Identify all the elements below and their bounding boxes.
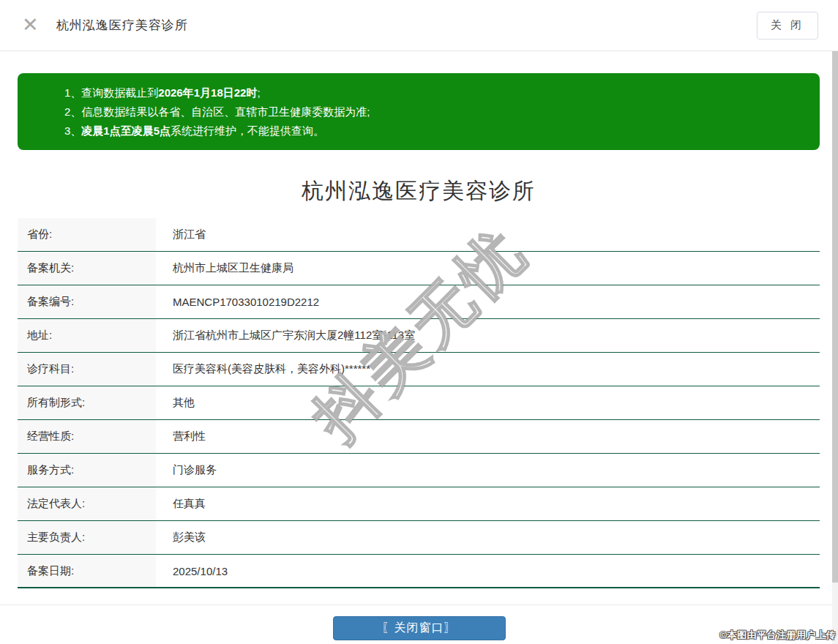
row-label: 备案编号: [18, 285, 156, 318]
table-row-filing-date: 备案日期: 2025/10/13 [18, 555, 820, 588]
row-label: 主要负责人: [18, 521, 156, 554]
row-label: 服务方式: [18, 454, 156, 487]
copyright-watermark: ©本图由平台注册用户上传 [719, 629, 836, 642]
table-row-filing-authority: 备案机关: 杭州市上城区卫生健康局 [18, 252, 820, 285]
row-value: 营利性 [156, 420, 206, 453]
notice-text-bold: 凌晨1点至凌晨5点 [81, 124, 171, 137]
notice-text: 信息数据结果以各省、自治区、直辖市卫生健康委数据为准; [81, 105, 370, 118]
row-label: 备案日期: [18, 555, 156, 587]
row-value: MAENCP17033010219D2212 [156, 285, 319, 318]
notice-line-number: 1、 [64, 86, 81, 99]
close-window-button[interactable]: 〖关闭窗口〗 [333, 616, 506, 640]
row-label: 省份: [18, 218, 156, 251]
dialog-title: 杭州泓逸医疗美容诊所 [56, 17, 188, 34]
row-value: 浙江省杭州市上城区广宇东润大厦2幢112室-113室 [156, 319, 415, 352]
notice-line-number: 2、 [64, 105, 81, 118]
notice-text: 系统进行维护，不能提供查询。 [171, 124, 324, 137]
vertical-scrollbar[interactable] [832, 51, 838, 644]
row-value: 彭美该 [156, 521, 206, 554]
close-button[interactable]: 关 闭 [757, 12, 818, 40]
table-row-main-responsible-person: 主要负责人: 彭美该 [18, 521, 820, 555]
row-label: 经营性质: [18, 420, 156, 453]
info-table: 省份: 浙江省 备案机关: 杭州市上城区卫生健康局 备案编号: MAENCP17… [18, 218, 820, 588]
row-value: 任真真 [156, 487, 206, 520]
row-value: 其他 [156, 386, 195, 419]
footer-bar: 〖关闭窗口〗 [0, 616, 838, 640]
notice-line-1: 1、查询数据截止到2026年1月18日22时; [64, 83, 805, 102]
footer-divider [0, 604, 838, 605]
row-value: 杭州市上城区卫生健康局 [156, 252, 293, 285]
row-label: 所有制形式: [18, 386, 156, 419]
notice-line-3: 3、凌晨1点至凌晨5点系统进行维护，不能提供查询。 [64, 121, 805, 141]
row-label: 法定代表人: [18, 487, 156, 520]
scrollbar-thumb[interactable] [832, 51, 838, 583]
dialog-body: 1、查询数据截止到2026年1月18日22时; 2、信息数据结果以各省、自治区、… [0, 73, 838, 588]
row-value: 门诊服务 [156, 454, 217, 487]
table-row-province: 省份: 浙江省 [18, 218, 820, 252]
table-row-ownership-form: 所有制形式: 其他 [18, 386, 820, 420]
clinic-name-title: 杭州泓逸医疗美容诊所 [18, 176, 820, 206]
table-row-business-nature: 经营性质: 营利性 [18, 420, 820, 454]
row-label: 诊疗科目: [18, 353, 156, 386]
row-value: 医疗美容科(美容皮肤科，美容外科)****** [156, 353, 370, 386]
row-label: 备案机关: [18, 252, 156, 285]
notice-text: ; [257, 86, 260, 99]
notice-box: 1、查询数据截止到2026年1月18日22时; 2、信息数据结果以各省、自治区、… [18, 73, 820, 150]
row-label: 地址: [18, 319, 156, 352]
table-row-legal-representative: 法定代表人: 任真真 [18, 487, 820, 521]
table-row-address: 地址: 浙江省杭州市上城区广宇东润大厦2幢112室-113室 [18, 319, 820, 353]
row-value: 浙江省 [156, 218, 206, 251]
row-value: 2025/10/13 [156, 555, 228, 587]
close-x-icon[interactable]: ✕ [22, 15, 39, 35]
dialog-header: ✕ 杭州泓逸医疗美容诊所 关 闭 [0, 0, 838, 51]
notice-text-bold: 2026年1月18日22时 [158, 86, 257, 99]
notice-text: 查询数据截止到 [81, 86, 158, 99]
notice-line-number: 3、 [64, 124, 81, 137]
table-row-medical-subjects: 诊疗科目: 医疗美容科(美容皮肤科，美容外科)****** [18, 353, 820, 386]
notice-line-2: 2、信息数据结果以各省、自治区、直辖市卫生健康委数据为准; [64, 102, 805, 121]
table-row-service-mode: 服务方式: 门诊服务 [18, 454, 820, 487]
table-row-filing-number: 备案编号: MAENCP17033010219D2212 [18, 285, 820, 319]
